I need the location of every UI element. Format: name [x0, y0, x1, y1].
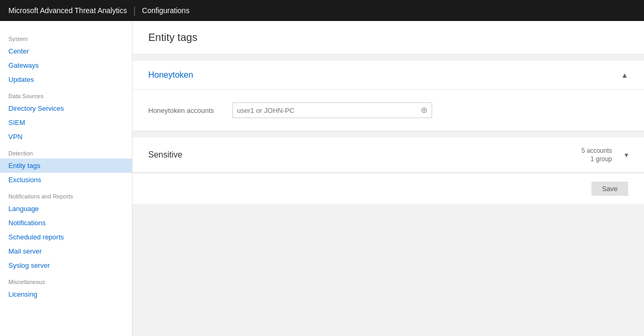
sensitive-group-count: 1 group — [590, 155, 612, 163]
honeytoken-input-wrapper: ⊕ — [232, 102, 432, 118]
save-area: Save — [132, 173, 644, 204]
sidebar-item-language[interactable]: Language — [0, 202, 132, 216]
save-button[interactable]: Save — [591, 182, 628, 196]
sidebar-item-directory-services[interactable]: Directory Services — [0, 101, 132, 116]
sidebar-item-notifications[interactable]: Notifications — [0, 216, 132, 230]
sidebar-item-scheduled-reports[interactable]: Scheduled reports — [0, 230, 132, 244]
sensitive-header[interactable]: Sensitive 5 accounts 1 group ▾ — [132, 138, 644, 173]
honeytoken-input[interactable] — [237, 107, 421, 114]
sensitive-section: Sensitive 5 accounts 1 group ▾ — [132, 138, 644, 173]
sidebar-item-center[interactable]: Center — [0, 44, 132, 58]
notifications-section-label: Notifications and Reports — [0, 187, 132, 202]
sidebar-item-mail-server[interactable]: Mail server — [0, 244, 132, 258]
sidebar-item-vpn[interactable]: VPN — [0, 130, 132, 144]
sidebar: System Center Gateways Updates Data Sour… — [0, 21, 132, 336]
app-name: Microsoft Advanced Threat Analytics — [8, 6, 127, 15]
honeytoken-field-row: Honeytoken accounts ⊕ — [148, 102, 628, 118]
topbar-section: Configurations — [142, 6, 189, 15]
content-area: Honeytoken ▲ Honeytoken accounts ⊕ — [132, 55, 644, 204]
topbar-divider: | — [133, 5, 136, 16]
page-title: Entity tags — [148, 32, 628, 44]
honeytoken-field-label: Honeytoken accounts — [148, 107, 222, 114]
sensitive-chevron-icon: ▾ — [625, 151, 628, 159]
sidebar-item-updates[interactable]: Updates — [0, 72, 132, 87]
sidebar-item-entity-tags[interactable]: Entity tags — [0, 159, 132, 173]
honeytoken-chevron-icon: ▲ — [621, 71, 628, 79]
main-content: Entity tags Honeytoken ▲ Honeytoken acco… — [132, 21, 644, 336]
sensitive-title: Sensitive — [148, 150, 182, 160]
data-sources-section-label: Data Sources — [0, 87, 132, 101]
page-header: Entity tags — [132, 21, 644, 55]
sensitive-right: 5 accounts 1 group ▾ — [581, 147, 628, 163]
system-section-label: System — [0, 29, 132, 44]
sidebar-item-exclusions[interactable]: Exclusions — [0, 173, 132, 187]
honeytoken-body: Honeytoken accounts ⊕ — [132, 90, 644, 131]
sidebar-item-syslog-server[interactable]: Syslog server — [0, 258, 132, 272]
misc-section-label: Miscellaneous — [0, 272, 132, 287]
add-icon[interactable]: ⊕ — [421, 106, 427, 114]
detection-section-label: Detection — [0, 144, 132, 159]
sidebar-item-gateways[interactable]: Gateways — [0, 58, 132, 72]
sensitive-accounts-count: 5 accounts — [581, 147, 612, 154]
sidebar-item-siem[interactable]: SIEM — [0, 116, 132, 130]
honeytoken-section: Honeytoken ▲ Honeytoken accounts ⊕ — [132, 61, 644, 131]
honeytoken-header[interactable]: Honeytoken ▲ — [132, 61, 644, 90]
layout: System Center Gateways Updates Data Sour… — [0, 21, 644, 336]
sensitive-meta: 5 accounts 1 group — [581, 147, 612, 163]
honeytoken-title: Honeytoken — [148, 70, 193, 80]
sidebar-item-licensing[interactable]: Licensing — [0, 287, 132, 301]
topbar: Microsoft Advanced Threat Analytics | Co… — [0, 0, 644, 21]
gap-top — [132, 55, 644, 61]
gap-middle — [132, 131, 644, 138]
